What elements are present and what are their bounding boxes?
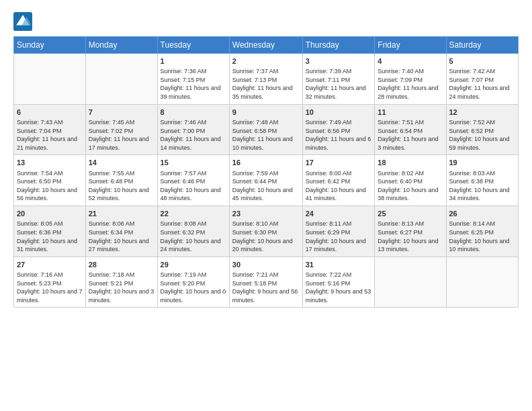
calendar-cell (446, 257, 519, 308)
calendar-table: SundayMondayTuesdayWednesdayThursdayFrid… (13, 36, 519, 308)
day-info: Sunrise: 7:46 AM Sunset: 7:00 PM Dayligh… (161, 118, 226, 152)
day-number: 18 (378, 158, 443, 167)
calendar-cell: 5Sunrise: 7:42 AM Sunset: 7:07 PM Daylig… (446, 54, 519, 105)
day-info: Sunrise: 7:18 AM Sunset: 5:21 PM Dayligh… (89, 271, 154, 304)
day-number: 25 (378, 209, 443, 218)
calendar-cell: 7Sunrise: 7:45 AM Sunset: 7:02 PM Daylig… (85, 104, 157, 155)
day-info: Sunrise: 7:52 AM Sunset: 6:52 PM Dayligh… (449, 118, 516, 152)
calendar-cell: 16Sunrise: 7:59 AM Sunset: 6:44 PM Dayli… (229, 155, 302, 206)
calendar-cell: 27Sunrise: 7:16 AM Sunset: 5:23 PM Dayli… (14, 257, 86, 308)
day-info: Sunrise: 8:02 AM Sunset: 6:40 PM Dayligh… (378, 169, 443, 203)
calendar-day-header: Monday (85, 37, 157, 54)
day-number: 31 (306, 260, 372, 269)
calendar-cell: 21Sunrise: 8:06 AM Sunset: 6:34 PM Dayli… (85, 206, 157, 257)
day-number: 13 (17, 158, 83, 167)
day-number: 6 (17, 107, 83, 117)
day-number: 21 (89, 209, 154, 218)
calendar-cell: 1Sunrise: 7:36 AM Sunset: 7:15 PM Daylig… (157, 54, 229, 105)
calendar-cell: 3Sunrise: 7:39 AM Sunset: 7:11 PM Daylig… (302, 54, 375, 105)
day-info: Sunrise: 7:55 AM Sunset: 6:48 PM Dayligh… (89, 169, 154, 203)
calendar-day-header: Friday (375, 37, 446, 54)
day-number: 1 (161, 56, 226, 66)
calendar-cell: 14Sunrise: 7:55 AM Sunset: 6:48 PM Dayli… (85, 155, 157, 206)
day-info: Sunrise: 8:10 AM Sunset: 6:30 PM Dayligh… (232, 220, 300, 253)
day-info: Sunrise: 7:36 AM Sunset: 7:15 PM Dayligh… (161, 67, 226, 101)
day-info: Sunrise: 7:48 AM Sunset: 6:58 PM Dayligh… (232, 118, 300, 152)
calendar-cell: 18Sunrise: 8:02 AM Sunset: 6:40 PM Dayli… (375, 155, 446, 206)
day-info: Sunrise: 7:43 AM Sunset: 7:04 PM Dayligh… (17, 118, 83, 152)
calendar-day-header: Tuesday (157, 37, 229, 54)
day-number: 28 (89, 260, 154, 269)
calendar-cell: 8Sunrise: 7:46 AM Sunset: 7:00 PM Daylig… (157, 104, 229, 155)
day-info: Sunrise: 7:57 AM Sunset: 6:46 PM Dayligh… (161, 169, 226, 203)
calendar-cell: 19Sunrise: 8:03 AM Sunset: 6:38 PM Dayli… (446, 155, 519, 206)
day-info: Sunrise: 7:49 AM Sunset: 6:56 PM Dayligh… (306, 118, 372, 152)
day-number: 7 (89, 107, 154, 117)
day-number: 30 (232, 260, 300, 269)
calendar-cell: 30Sunrise: 7:21 AM Sunset: 5:18 PM Dayli… (229, 257, 302, 308)
day-info: Sunrise: 7:42 AM Sunset: 7:07 PM Dayligh… (449, 67, 516, 101)
day-info: Sunrise: 7:39 AM Sunset: 7:11 PM Dayligh… (306, 67, 372, 101)
day-info: Sunrise: 7:37 AM Sunset: 7:13 PM Dayligh… (232, 67, 300, 101)
day-info: Sunrise: 8:00 AM Sunset: 6:42 PM Dayligh… (306, 169, 372, 203)
day-info: Sunrise: 7:16 AM Sunset: 5:23 PM Dayligh… (17, 271, 83, 304)
day-info: Sunrise: 8:13 AM Sunset: 6:27 PM Dayligh… (378, 220, 443, 253)
calendar-cell: 26Sunrise: 8:14 AM Sunset: 6:25 PM Dayli… (446, 206, 519, 257)
calendar-cell: 24Sunrise: 8:11 AM Sunset: 6:29 PM Dayli… (302, 206, 375, 257)
logo (13, 12, 35, 31)
day-info: Sunrise: 7:45 AM Sunset: 7:02 PM Dayligh… (89, 118, 154, 152)
day-number: 8 (161, 107, 226, 117)
day-number: 19 (449, 158, 516, 167)
day-info: Sunrise: 7:51 AM Sunset: 6:54 PM Dayligh… (378, 118, 443, 152)
day-info: Sunrise: 8:05 AM Sunset: 6:36 PM Dayligh… (17, 220, 83, 253)
calendar-cell: 29Sunrise: 7:19 AM Sunset: 5:20 PM Dayli… (157, 257, 229, 308)
day-info: Sunrise: 8:08 AM Sunset: 6:32 PM Dayligh… (161, 220, 226, 253)
day-number: 15 (161, 158, 226, 167)
calendar-cell: 12Sunrise: 7:52 AM Sunset: 6:52 PM Dayli… (446, 104, 519, 155)
logo-icon (13, 12, 32, 31)
day-number: 12 (449, 107, 516, 117)
calendar-cell: 17Sunrise: 8:00 AM Sunset: 6:42 PM Dayli… (302, 155, 375, 206)
day-info: Sunrise: 8:06 AM Sunset: 6:34 PM Dayligh… (89, 220, 154, 253)
day-info: Sunrise: 7:59 AM Sunset: 6:44 PM Dayligh… (232, 169, 300, 203)
day-number: 29 (161, 260, 226, 269)
day-number: 11 (378, 107, 443, 117)
calendar-cell: 13Sunrise: 7:54 AM Sunset: 6:50 PM Dayli… (14, 155, 86, 206)
calendar-cell: 10Sunrise: 7:49 AM Sunset: 6:56 PM Dayli… (302, 104, 375, 155)
calendar-header-row: SundayMondayTuesdayWednesdayThursdayFrid… (14, 37, 519, 54)
header-area (13, 12, 519, 31)
calendar-day-header: Sunday (14, 37, 86, 54)
day-number: 16 (232, 158, 300, 167)
calendar-cell: 25Sunrise: 8:13 AM Sunset: 6:27 PM Dayli… (375, 206, 446, 257)
day-number: 23 (232, 209, 300, 218)
day-number: 14 (89, 158, 154, 167)
calendar-cell (14, 54, 86, 105)
calendar-cell: 11Sunrise: 7:51 AM Sunset: 6:54 PM Dayli… (375, 104, 446, 155)
day-number: 3 (306, 56, 372, 66)
day-info: Sunrise: 7:22 AM Sunset: 5:16 PM Dayligh… (306, 271, 372, 304)
day-number: 10 (306, 107, 372, 117)
day-number: 26 (449, 209, 516, 218)
day-info: Sunrise: 7:54 AM Sunset: 6:50 PM Dayligh… (17, 169, 83, 203)
calendar-cell: 2Sunrise: 7:37 AM Sunset: 7:13 PM Daylig… (229, 54, 302, 105)
calendar-cell: 22Sunrise: 8:08 AM Sunset: 6:32 PM Dayli… (157, 206, 229, 257)
day-info: Sunrise: 7:40 AM Sunset: 7:09 PM Dayligh… (378, 67, 443, 101)
day-number: 17 (306, 158, 372, 167)
calendar-cell: 23Sunrise: 8:10 AM Sunset: 6:30 PM Dayli… (229, 206, 302, 257)
calendar-cell: 6Sunrise: 7:43 AM Sunset: 7:04 PM Daylig… (14, 104, 86, 155)
day-info: Sunrise: 8:14 AM Sunset: 6:25 PM Dayligh… (449, 220, 516, 253)
calendar-cell (375, 257, 446, 308)
day-info: Sunrise: 8:03 AM Sunset: 6:38 PM Dayligh… (449, 169, 516, 203)
day-number: 24 (306, 209, 372, 218)
calendar-cell: 28Sunrise: 7:18 AM Sunset: 5:21 PM Dayli… (85, 257, 157, 308)
day-number: 4 (378, 56, 443, 66)
calendar-cell: 15Sunrise: 7:57 AM Sunset: 6:46 PM Dayli… (157, 155, 229, 206)
day-number: 20 (17, 209, 83, 218)
calendar-cell: 31Sunrise: 7:22 AM Sunset: 5:16 PM Dayli… (302, 257, 375, 308)
calendar-day-header: Saturday (446, 37, 519, 54)
calendar-cell (85, 54, 157, 105)
day-info: Sunrise: 7:19 AM Sunset: 5:20 PM Dayligh… (161, 271, 226, 304)
day-info: Sunrise: 7:21 AM Sunset: 5:18 PM Dayligh… (232, 271, 300, 304)
day-number: 27 (17, 260, 83, 269)
day-number: 5 (449, 56, 516, 66)
